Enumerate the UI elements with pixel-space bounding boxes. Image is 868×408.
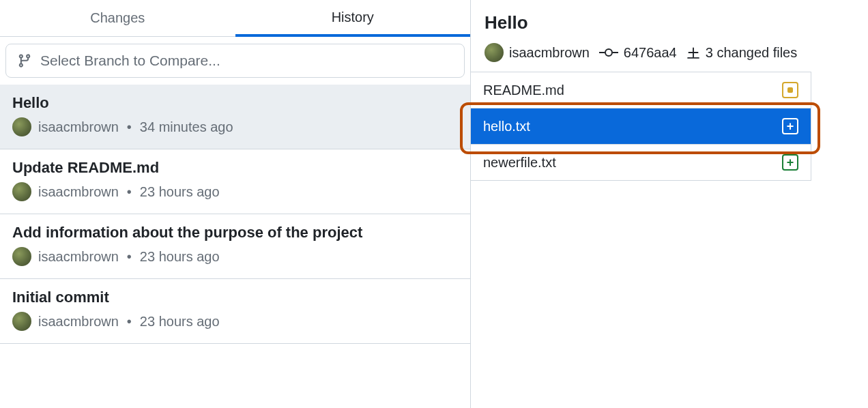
tabs: Changes History — [0, 0, 470, 37]
commit-detail-meta: isaacmbrown 6476aa4 — [484, 43, 854, 62]
commit-title: Add information about the purpose of the… — [12, 224, 458, 242]
avatar — [12, 182, 31, 201]
file-name: README.md — [483, 83, 564, 98]
separator-dot: • — [127, 184, 132, 200]
detail-changed-files: 3 changed files — [706, 45, 798, 61]
sha-group: 6476aa4 — [599, 45, 677, 61]
tab-changes[interactable]: Changes — [0, 0, 235, 37]
file-name: hello.txt — [483, 119, 530, 134]
tab-changes-label: Changes — [90, 10, 145, 26]
commit-detail-header: Hello isaacmbrown 6476aa4 — [471, 0, 868, 72]
commit-node-icon — [599, 47, 618, 58]
commit-meta: isaacmbrown • 23 hours ago — [12, 312, 458, 331]
file-list-inner: README.md hello.txt + newerfile.txt + — [471, 72, 811, 181]
commit-time: 23 hours ago — [140, 249, 220, 265]
commit-title: Initial commit — [12, 289, 458, 306]
file-row[interactable]: README.md — [471, 72, 811, 108]
file-name: newerfile.txt — [483, 155, 556, 171]
diff-added-icon: + — [782, 154, 798, 171]
app-root: Changes History Select Branch to Compare… — [0, 0, 868, 408]
commit-author: isaacmbrown — [38, 119, 119, 135]
right-pane: Hello isaacmbrown 6476aa4 — [471, 0, 868, 408]
changed-files-group: 3 changed files — [686, 45, 798, 61]
avatar — [484, 43, 504, 62]
detail-author: isaacmbrown — [509, 45, 590, 61]
tab-history[interactable]: History — [235, 0, 471, 37]
svg-point-1 — [605, 49, 612, 56]
separator-dot: • — [127, 119, 132, 135]
commit-time: 34 minutes ago — [140, 119, 233, 135]
commit-time: 23 hours ago — [140, 314, 220, 330]
left-pane: Changes History Select Branch to Compare… — [0, 0, 471, 408]
commit-author: isaacmbrown — [38, 184, 119, 200]
commit-meta: isaacmbrown • 23 hours ago — [12, 247, 458, 266]
diff-added-icon: + — [782, 118, 798, 134]
file-row[interactable]: newerfile.txt + — [471, 145, 811, 181]
commit-time: 23 hours ago — [140, 184, 220, 200]
diff-modified-icon — [782, 82, 798, 98]
avatar — [12, 247, 31, 266]
svg-rect-3 — [687, 57, 699, 59]
diff-stat-icon — [686, 46, 700, 59]
git-branch-icon — [17, 53, 32, 68]
avatar — [12, 312, 31, 331]
branch-compare-selector[interactable]: Select Branch to Compare... — [5, 44, 465, 78]
commit-item[interactable]: Hello isaacmbrown • 34 minutes ago — [0, 85, 470, 149]
commit-title: Update README.md — [12, 159, 458, 177]
author-group: isaacmbrown — [484, 43, 590, 62]
separator-dot: • — [127, 314, 132, 330]
commit-meta: isaacmbrown • 23 hours ago — [12, 182, 458, 201]
commit-item[interactable]: Update README.md isaacmbrown • 23 hours … — [0, 149, 470, 214]
separator-dot: • — [127, 249, 132, 265]
commit-meta: isaacmbrown • 34 minutes ago — [12, 117, 458, 136]
detail-sha: 6476aa4 — [624, 45, 677, 61]
commit-item[interactable]: Add information about the purpose of the… — [0, 214, 470, 279]
file-list: README.md hello.txt + newerfile.txt + — [471, 72, 811, 181]
commit-detail-title: Hello — [484, 12, 854, 33]
tab-history-label: History — [332, 10, 374, 25]
branch-selector-placeholder: Select Branch to Compare... — [40, 53, 220, 69]
commit-author: isaacmbrown — [38, 249, 119, 265]
commit-author: isaacmbrown — [38, 314, 119, 330]
commit-title: Hello — [12, 94, 458, 112]
avatar — [12, 117, 31, 136]
file-row[interactable]: hello.txt + — [471, 108, 811, 145]
commit-item[interactable]: Initial commit isaacmbrown • 23 hours ag… — [0, 279, 470, 344]
commit-list: Hello isaacmbrown • 34 minutes ago Updat… — [0, 85, 470, 408]
